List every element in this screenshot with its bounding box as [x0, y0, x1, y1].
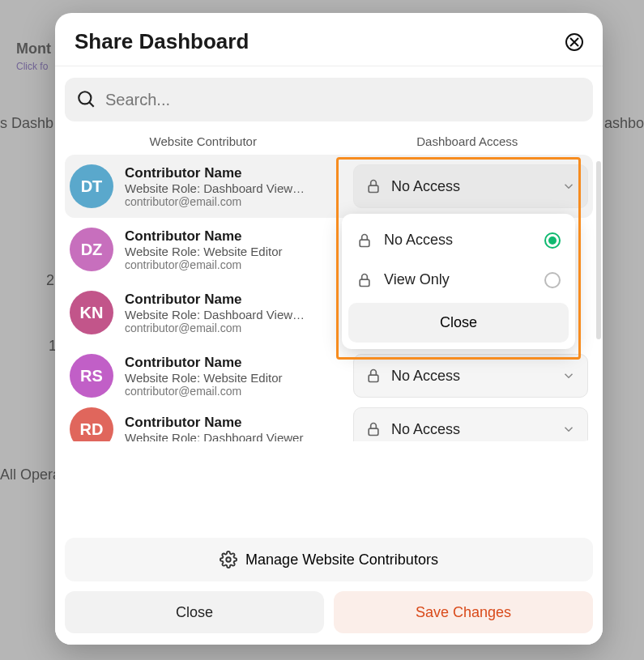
access-label: No Access — [391, 368, 561, 385]
access-dropdown: No Access View Only Close — [342, 214, 575, 349]
lock-icon — [356, 272, 373, 288]
close-icon-button[interactable] — [565, 33, 583, 51]
access-cell: No Access — [353, 407, 588, 441]
manage-label: Manage Website Contributors — [245, 551, 438, 568]
search-icon — [76, 89, 97, 110]
svg-rect-3 — [360, 240, 369, 246]
lock-icon — [365, 421, 382, 437]
chevron-down-icon — [561, 179, 576, 194]
columns-header: Website Contributor Dashboard Access — [55, 128, 603, 155]
access-label: No Access — [391, 421, 561, 438]
dropdown-close-button[interactable]: Close — [348, 303, 569, 343]
radio-unchecked-icon — [544, 272, 561, 288]
svg-rect-5 — [369, 375, 378, 381]
contributor-role: Website Role: Website Editor — [125, 371, 311, 385]
manage-contributors-button[interactable]: Manage Website Contributors — [65, 538, 593, 581]
avatar: DT — [70, 164, 113, 208]
close-icon — [569, 37, 579, 47]
dropdown-option-no-access[interactable]: No Access — [348, 220, 569, 260]
share-dashboard-modal: Share Dashboard Website Contributor Dash… — [55, 13, 603, 645]
search-wrap — [55, 66, 603, 128]
contributor-name: Contributor Name — [125, 415, 353, 431]
modal-footer: Manage Website Contributors Close Save C… — [55, 530, 603, 645]
lock-icon — [365, 368, 382, 384]
dropdown-option-view-only[interactable]: View Only — [348, 260, 569, 300]
contributor-row: DT Contributor Name Website Role: Dashbo… — [65, 155, 593, 218]
modal-title: Share Dashboard — [75, 29, 249, 54]
access-select[interactable]: No Access — [353, 164, 588, 208]
access-cell: No Access — [353, 164, 588, 208]
contributor-list: DT Contributor Name Website Role: Dashbo… — [55, 155, 603, 530]
contributor-role: Website Role: Dashboard Viewer — [125, 431, 311, 442]
contributor-email: contributor@email.com — [125, 258, 353, 271]
contributor-name: Contributor Name — [125, 292, 353, 308]
contributor-role: Website Role: Website Editor — [125, 245, 311, 258]
contributor-info: Contributor Name Website Role: Website E… — [125, 228, 353, 271]
avatar: RD — [70, 407, 113, 441]
contributor-email: contributor@email.com — [125, 195, 353, 208]
contributor-email: contributor@email.com — [125, 321, 353, 334]
modal-header: Share Dashboard — [55, 13, 603, 66]
access-label: No Access — [391, 178, 561, 195]
lock-icon — [365, 178, 382, 194]
close-button[interactable]: Close — [65, 591, 324, 633]
contributor-row: RS Contributor Name Website Role: Websit… — [65, 344, 593, 407]
svg-point-0 — [79, 92, 91, 104]
contributor-info: Contributor Name Website Role: Dashboard… — [125, 292, 353, 334]
access-cell: No Access — [353, 354, 588, 398]
contributor-name: Contributor Name — [125, 228, 353, 245]
contributor-name: Contributor Name — [125, 355, 353, 371]
contributor-row: RD Contributor Name Website Role: Dashbo… — [65, 407, 593, 441]
svg-line-1 — [89, 102, 93, 106]
gear-icon — [220, 551, 237, 568]
col-access-header: Dashboard Access — [342, 134, 593, 148]
col-contributor-header: Website Contributor — [65, 134, 342, 148]
footer-actions: Close Save Changes — [65, 591, 593, 633]
access-select[interactable]: No Access — [353, 354, 588, 398]
avatar: DZ — [70, 228, 113, 271]
contributor-name: Contributor Name — [125, 165, 353, 181]
svg-point-7 — [226, 557, 231, 562]
access-select[interactable]: No Access — [353, 407, 588, 441]
svg-rect-2 — [369, 185, 378, 192]
option-label: No Access — [384, 232, 544, 249]
search-input[interactable] — [105, 91, 582, 109]
contributor-email: contributor@email.com — [125, 385, 353, 398]
chevron-down-icon — [561, 368, 576, 383]
svg-rect-6 — [369, 428, 378, 435]
save-changes-button[interactable]: Save Changes — [334, 591, 593, 633]
scrollbar[interactable] — [596, 161, 601, 339]
chevron-down-icon — [561, 422, 576, 436]
lock-icon — [356, 232, 373, 249]
option-label: View Only — [384, 271, 544, 288]
contributor-role: Website Role: Dashboard Viewer ... — [125, 308, 311, 321]
contributor-info: Contributor Name Website Role: Dashboard… — [125, 165, 353, 208]
contributor-info: Contributor Name Website Role: Dashboard… — [125, 415, 353, 442]
search-box[interactable] — [65, 78, 593, 121]
avatar: RS — [70, 354, 113, 398]
svg-rect-4 — [360, 279, 369, 286]
contributor-role: Website Role: Dashboard Viewer ... — [125, 181, 311, 195]
radio-checked-icon — [544, 232, 561, 249]
contributor-info: Contributor Name Website Role: Website E… — [125, 355, 353, 398]
avatar: KN — [70, 291, 113, 334]
